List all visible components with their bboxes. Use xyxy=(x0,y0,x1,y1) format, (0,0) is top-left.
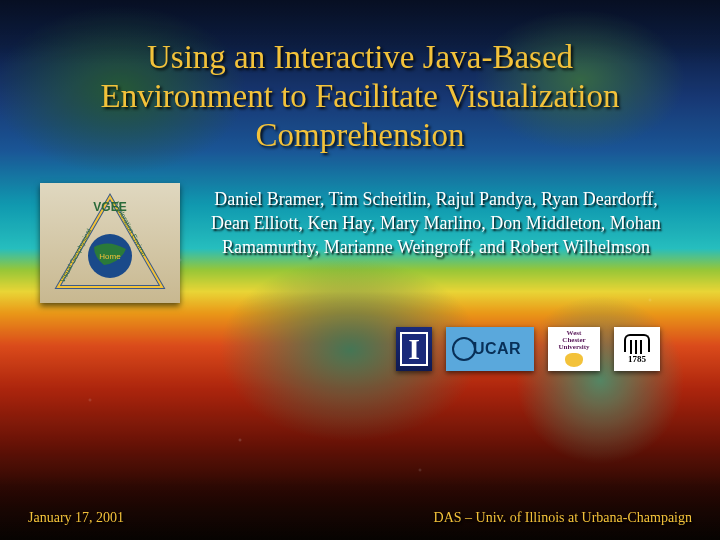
vgee-label-left: Visual Geophysical xyxy=(59,227,93,283)
west-chester-logo: West Chester University xyxy=(548,327,600,371)
wcu-ram-icon xyxy=(565,353,583,367)
slide-title: Using an Interactive Java-Based Environm… xyxy=(60,38,660,155)
uga-arch-icon xyxy=(624,334,650,352)
slide: Using an Interactive Java-Based Environm… xyxy=(0,0,720,540)
illinois-letter: I xyxy=(400,332,428,366)
logo-row: I UCAR West Chester University 1785 xyxy=(50,327,660,371)
ucar-logo: UCAR xyxy=(446,327,534,371)
content-row: VGEE Home Visual Geophysical Exploration… xyxy=(40,183,670,303)
footer-date: January 17, 2001 xyxy=(28,510,124,526)
footer: January 17, 2001 DAS – Univ. of Illinois… xyxy=(0,510,720,526)
ucar-label: UCAR xyxy=(473,340,521,358)
vgee-label-home: Home xyxy=(99,252,121,261)
uga-logo: 1785 xyxy=(614,327,660,371)
wcu-line3: University xyxy=(558,344,589,351)
footer-affiliation: DAS – Univ. of Illinois at Urbana-Champa… xyxy=(434,510,692,526)
illinois-logo: I xyxy=(396,327,432,371)
vgee-logo: VGEE Home Visual Geophysical Exploration… xyxy=(40,183,180,303)
author-list: Daniel Bramer, Tim Scheitlin, Rajul Pand… xyxy=(202,183,670,260)
uga-year: 1785 xyxy=(628,354,646,364)
